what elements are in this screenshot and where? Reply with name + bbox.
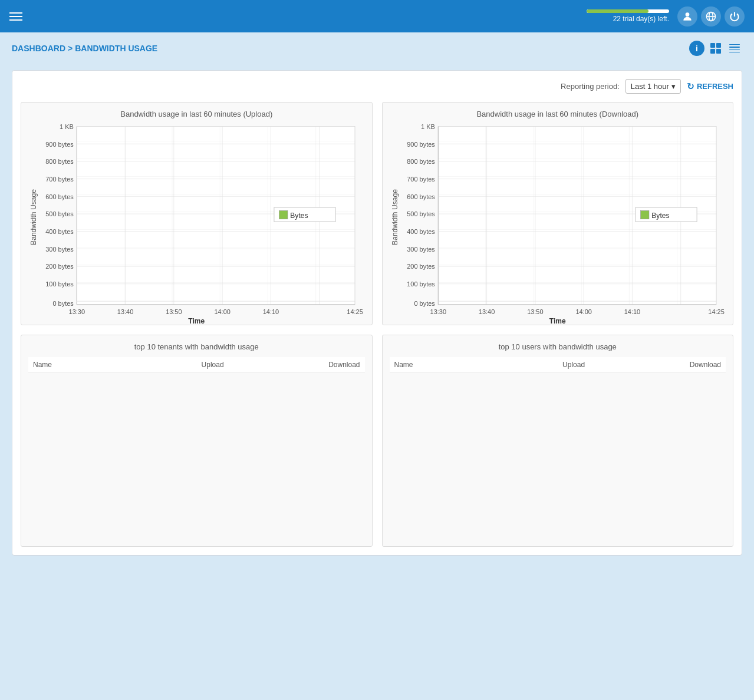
- upload-x-label: Time: [28, 317, 365, 325]
- svg-text:700 bytes: 700 bytes: [45, 176, 74, 183]
- svg-text:500 bytes: 500 bytes: [45, 210, 74, 217]
- svg-text:14:10: 14:10: [263, 308, 279, 315]
- trial-section: 22 trial day(s) left.: [587, 9, 669, 23]
- download-x-label: Time: [390, 317, 726, 325]
- breadcrumb-separator: >: [68, 44, 73, 53]
- trial-bar-fill: [587, 9, 648, 13]
- refresh-button[interactable]: ↻ REFRESH: [687, 81, 733, 92]
- upload-chart-panel: Bandwidth usage in last 60 minutes (Uplo…: [21, 102, 373, 325]
- upload-chart-area: 1 KB 900 bytes 800 bytes 700 bytes 600 b…: [28, 123, 365, 318]
- svg-text:14:00: 14:00: [214, 308, 230, 315]
- svg-text:300 bytes: 300 bytes: [45, 246, 74, 253]
- breadcrumb-bar: DASHBOARD > BANDWIDTH USAGE i: [0, 32, 754, 64]
- upload-chart-title: Bandwidth usage in last 60 minutes (Uplo…: [28, 110, 365, 118]
- svg-text:800 bytes: 800 bytes: [407, 158, 435, 165]
- tenants-table-title: top 10 tenants with bandwidth usage: [28, 342, 365, 351]
- info-icon[interactable]: i: [689, 41, 704, 56]
- breadcrumb-home[interactable]: DASHBOARD: [12, 44, 65, 53]
- charts-grid: Bandwidth usage in last 60 minutes (Uplo…: [21, 102, 733, 325]
- svg-text:600 bytes: 600 bytes: [45, 193, 74, 200]
- svg-text:Bytes: Bytes: [651, 212, 669, 220]
- reporting-label: Reporting period:: [561, 82, 620, 91]
- svg-text:900 bytes: 900 bytes: [45, 141, 74, 148]
- users-table-panel: top 10 users with bandwidth usage Name U…: [382, 335, 734, 547]
- svg-text:0 bytes: 0 bytes: [52, 300, 74, 307]
- svg-text:300 bytes: 300 bytes: [407, 246, 435, 253]
- svg-text:500 bytes: 500 bytes: [407, 210, 435, 217]
- list-view-icon[interactable]: [727, 41, 742, 56]
- svg-text:13:30: 13:30: [69, 308, 85, 315]
- tables-grid: top 10 tenants with bandwidth usage Name…: [21, 335, 733, 547]
- tenants-col-download: Download: [229, 357, 365, 373]
- dropdown-arrow: ▾: [671, 82, 676, 91]
- download-chart-area: 1 KB 900 bytes 800 bytes 700 bytes 600 b…: [390, 123, 726, 318]
- svg-text:1 KB: 1 KB: [60, 123, 74, 130]
- download-chart-panel: Bandwidth usage in last 60 minutes (Down…: [382, 102, 734, 325]
- breadcrumb-icons: i: [689, 41, 742, 56]
- refresh-icon: ↻: [687, 81, 694, 92]
- refresh-label: REFRESH: [697, 82, 733, 91]
- svg-text:100 bytes: 100 bytes: [45, 280, 74, 288]
- svg-text:400 bytes: 400 bytes: [45, 228, 74, 235]
- svg-text:14:25: 14:25: [347, 308, 363, 315]
- tenants-table: Name Upload Download: [28, 357, 365, 373]
- svg-text:13:30: 13:30: [430, 308, 446, 315]
- users-table-title: top 10 users with bandwidth usage: [390, 342, 726, 351]
- tenants-col-upload: Upload: [123, 357, 229, 373]
- svg-text:Bytes: Bytes: [290, 212, 308, 220]
- users-col-upload: Upload: [483, 357, 590, 373]
- svg-text:900 bytes: 900 bytes: [407, 141, 435, 148]
- main-card: Reporting period: Last 1 hour ▾ ↻ REFRES…: [12, 70, 742, 556]
- svg-text:100 bytes: 100 bytes: [407, 280, 435, 288]
- user-icon[interactable]: [677, 6, 697, 27]
- report-row: Reporting period: Last 1 hour ▾ ↻ REFRES…: [21, 79, 733, 94]
- trial-text: 22 trial day(s) left.: [613, 15, 669, 23]
- period-value: Last 1 hour: [631, 82, 669, 91]
- svg-text:800 bytes: 800 bytes: [45, 158, 74, 165]
- tenants-col-name: Name: [28, 357, 123, 373]
- svg-text:13:50: 13:50: [166, 308, 182, 315]
- svg-text:13:40: 13:40: [478, 308, 494, 315]
- svg-text:Bandwidth Usage: Bandwidth Usage: [29, 189, 38, 245]
- grid-view-icon[interactable]: [708, 41, 723, 56]
- download-chart-title: Bandwidth usage in last 60 minutes (Down…: [390, 110, 726, 118]
- svg-text:0 bytes: 0 bytes: [414, 300, 435, 307]
- users-col-name: Name: [390, 357, 484, 373]
- svg-rect-86: [640, 211, 648, 219]
- svg-text:14:10: 14:10: [624, 308, 640, 315]
- svg-text:14:00: 14:00: [575, 308, 591, 315]
- users-table: Name Upload Download: [390, 357, 726, 373]
- svg-text:13:50: 13:50: [527, 308, 543, 315]
- power-icon[interactable]: [725, 6, 745, 27]
- svg-text:200 bytes: 200 bytes: [407, 263, 435, 270]
- trial-progress-bar: [587, 9, 669, 13]
- svg-text:13:40: 13:40: [117, 308, 133, 315]
- breadcrumb-current: BANDWIDTH USAGE: [75, 44, 157, 53]
- svg-text:200 bytes: 200 bytes: [45, 263, 74, 270]
- topbar-icons: [677, 6, 745, 27]
- tenants-table-panel: top 10 tenants with bandwidth usage Name…: [21, 335, 373, 547]
- download-chart-svg: 1 KB 900 bytes 800 bytes 700 bytes 600 b…: [390, 123, 726, 318]
- menu-button[interactable]: [9, 12, 22, 21]
- svg-text:600 bytes: 600 bytes: [407, 193, 435, 200]
- svg-text:Bandwidth Usage: Bandwidth Usage: [391, 189, 399, 245]
- period-select[interactable]: Last 1 hour ▾: [625, 79, 681, 94]
- svg-text:14:25: 14:25: [708, 308, 724, 315]
- svg-point-0: [686, 12, 690, 16]
- topbar: 22 trial day(s) left.: [0, 0, 754, 32]
- svg-text:700 bytes: 700 bytes: [407, 176, 435, 183]
- upload-chart-svg: 1 KB 900 bytes 800 bytes 700 bytes 600 b…: [28, 123, 365, 318]
- svg-rect-44: [279, 211, 288, 219]
- users-col-download: Download: [590, 357, 726, 373]
- main-content: Reporting period: Last 1 hour ▾ ↻ REFRES…: [0, 64, 754, 567]
- globe-icon[interactable]: [701, 6, 721, 27]
- breadcrumb: DASHBOARD > BANDWIDTH USAGE: [12, 44, 157, 53]
- svg-text:400 bytes: 400 bytes: [407, 228, 435, 235]
- svg-text:1 KB: 1 KB: [421, 123, 435, 130]
